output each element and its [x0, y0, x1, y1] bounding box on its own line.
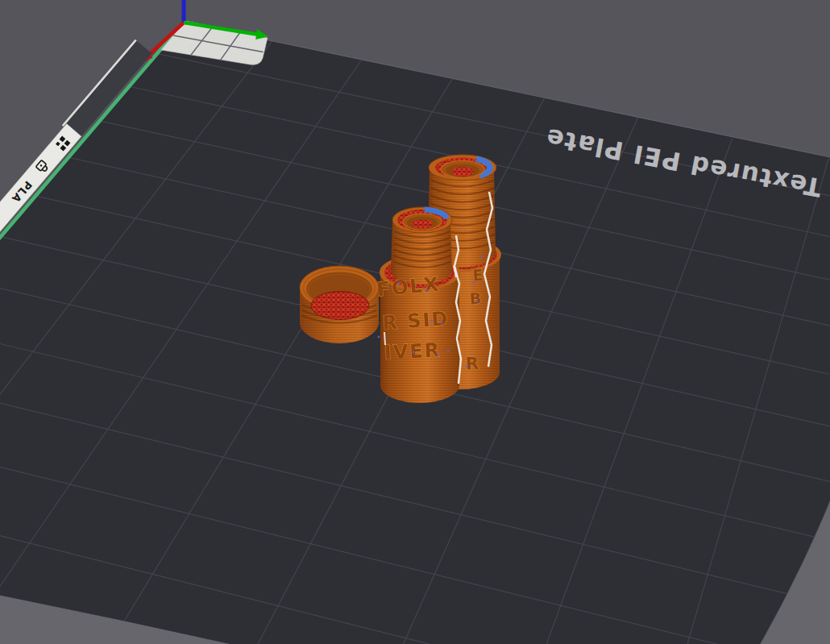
scene-canvas: Textured PEI Plate	[0, 0, 830, 644]
lid-model[interactable]	[300, 266, 379, 343]
rear-embossed-fragment: B	[469, 289, 483, 307]
lid-infill-floor	[311, 292, 369, 320]
front-seam-dash	[384, 332, 385, 345]
slicer-3d-viewport[interactable]: Textured PEI Plate	[0, 0, 830, 644]
front-embossed-line: IVER	[384, 339, 442, 364]
front-embossed-line: R SID	[382, 307, 450, 334]
rear-embossed-fragment: R	[465, 354, 480, 374]
